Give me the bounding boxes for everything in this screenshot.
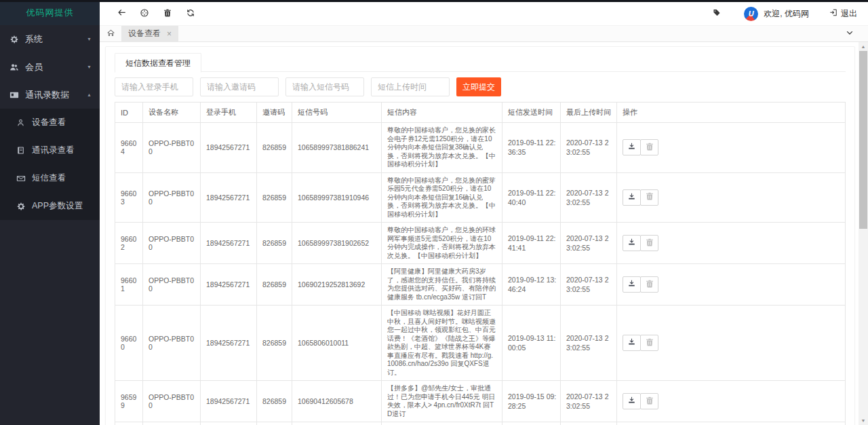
cell-sms-content: 【南极人庞亚诺专卖店】小主，我知道您又需要袜子啦！这一次，10双26元-看着不吃… [382,422,502,425]
delete-button[interactable] [640,139,658,155]
tabbar-collapse-button[interactable] [845,29,854,40]
download-button[interactable] [623,139,641,155]
sidebar-submenu: 设备查看通讯录查看短信查看APP参数设置 [0,109,100,220]
refresh-button[interactable] [179,2,202,26]
tab-设备查看[interactable]: 设备查看× [121,26,178,42]
trash-icon [163,8,172,20]
cell-id: 96599 [115,381,143,422]
navbar-left-icons [100,2,202,26]
cell-device: OPPO-PBBT00 [143,306,201,381]
tab-sms-data-view[interactable]: 短信数据查看管理 [115,53,201,73]
table-row: 96600OPPO-PBBT00189425672718268591065806… [115,306,846,381]
scrollbar-thumb[interactable] [859,51,867,229]
trash-icon [645,337,654,349]
cell-actions [617,306,846,381]
cell-phone: 18942567271 [201,306,257,381]
cell-device: OPPO-PBBT00 [143,172,201,223]
cell-actions [617,422,846,425]
invite-code-input[interactable] [200,77,279,96]
table-header-row: ID设备名称登录手机邀请码短信号码短信内容短信发送时间最后上传时间操作 [115,103,846,123]
sidebar-item-device-view[interactable]: 设备查看 [0,109,100,136]
cell-invite: 826859 [257,123,292,173]
cell-sms-content: 【阿里健康】阿里健康大药房3岁了，感谢您的支持信任。我们将持续为您提供选对药、买… [382,264,502,306]
close-icon[interactable]: × [167,30,172,38]
cell-phone: 18942567271 [201,172,257,223]
delete-button[interactable] [640,235,658,251]
avatar: U [744,7,758,21]
action-button-group [623,393,842,409]
sidebar-item-label: 设备查看 [32,117,66,128]
login-phone-input[interactable] [115,77,193,96]
sidebar-item-system[interactable]: 系统▼ [0,25,100,53]
action-button-group [623,139,842,155]
delete-button[interactable] [640,393,658,409]
download-icon [627,192,636,203]
top-navbar: U 欢迎, 优码网 退出 [100,2,868,26]
submit-button[interactable]: 立即提交 [456,77,501,96]
download-button[interactable] [623,335,641,351]
mail-icon [15,174,26,183]
download-button[interactable] [623,235,641,251]
users-icon [8,62,20,72]
cell-sms-number: 106589997381902652 [292,223,382,264]
download-button[interactable] [623,189,641,206]
tab-label: 设备查看 [128,28,161,39]
cell-sent-time: 2019-09-15 09:28:25 [502,381,561,422]
top-strip [0,0,868,2]
scroll-down-arrow[interactable]: ▼ [859,416,868,425]
cell-actions [617,381,846,422]
delete-button[interactable] [640,335,658,351]
sidebar-item-contacts-view[interactable]: 通讯录查看 [0,136,100,164]
trash-icon [645,396,654,407]
cell-sms-content: 尊敬的中国移动客户，您兑换的家长会电子券12元需1250积分，请在10分钟内向本… [382,123,502,173]
tag-button[interactable] [712,8,721,19]
cell-phone: 18942567271 [201,223,257,264]
scroll-up-arrow[interactable]: ▲ [859,42,868,51]
sidebar-item-label: 系统 [25,33,43,45]
back-button[interactable] [110,2,133,26]
back-icon [117,7,127,20]
sidebar-item-sms-view[interactable]: 短信查看 [0,164,100,192]
panel-tab-header: 短信数据查看管理 [115,52,846,72]
cell-device: OPPO-PBBT00 [143,381,201,422]
sms-number-input[interactable] [285,77,364,96]
cell-invite: 826859 [257,223,292,264]
column-header: 短信号码 [292,103,382,123]
cell-actions [617,172,846,223]
column-header: 操作 [617,103,846,123]
download-icon [627,142,636,153]
delete-button[interactable] [640,276,658,293]
action-button-group [623,235,842,251]
column-header: 短信内容 [382,103,502,123]
table-row: 96598OPPO-PBBT00189425672718268591069231… [115,422,846,425]
column-header: ID [115,103,143,123]
sidebar-item-contacts-data[interactable]: 通讯录数据▲ [0,81,100,109]
download-icon [627,279,636,290]
column-header: 短信发送时间 [502,103,561,123]
download-button[interactable] [623,393,641,409]
cell-upload-time: 2020-07-13 23:02:55 [561,223,617,264]
home-button[interactable] [100,26,121,42]
cell-sent-time: 2019-09-15 19:37:27 [502,422,561,425]
sidebar-item-members[interactable]: 会员▼ [0,53,100,81]
trash-button[interactable] [156,2,179,26]
cell-sent-time: 2019-09-11 22:36:35 [502,123,561,173]
contacts-icon [8,90,20,100]
cell-sent-time: 2019-09-11 22:40:40 [502,172,561,223]
welcome-text: 欢迎, 优码网 [764,8,809,20]
logout-button[interactable]: 退出 [829,8,857,20]
crosshair-button[interactable] [133,2,156,26]
download-icon [627,396,636,407]
cell-sms-number: 1065806010011 [292,306,382,381]
column-header: 设备名称 [143,103,201,123]
gear-icon [8,35,20,44]
cell-invite: 826859 [257,264,292,306]
sidebar-item-app-settings[interactable]: APP参数设置 [0,192,100,220]
cell-sms-number: 10690219252813692 [292,264,382,306]
upload-time-input[interactable] [371,77,450,96]
cell-upload-time: 2020-07-13 23:02:55 [561,264,617,306]
download-button[interactable] [623,276,641,293]
trash-icon [645,142,654,153]
delete-button[interactable] [640,189,658,206]
cell-phone: 18942567271 [201,422,257,425]
